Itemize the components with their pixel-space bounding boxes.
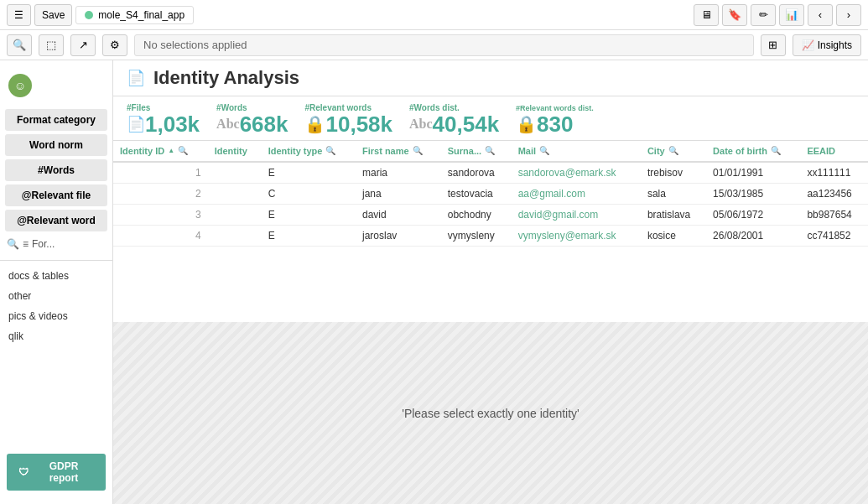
relevant-words-value: 10,58k	[325, 112, 392, 137]
search-toolbar-icon[interactable]: 🔍	[7, 34, 32, 56]
selection-options-icon[interactable]: ⊞	[761, 34, 786, 56]
sidebar-header: ☺	[0, 67, 112, 107]
abc-stat-icon-2: Abc	[409, 117, 433, 132]
col-fname-search-icon[interactable]: 🔍	[413, 146, 423, 155]
cell-dob: 05/06/1972	[706, 204, 800, 225]
cell-eeaid: aa123456	[800, 183, 868, 204]
table-body: 1 E maria sandorova sandorova@emark.sk t…	[113, 162, 868, 247]
stat-words: #Words Abc 668k	[216, 103, 288, 137]
content-area: 📄 Identity Analysis #Files 📄 1,03k #Word…	[113, 60, 868, 504]
files-value: 1,03k	[145, 112, 200, 137]
col-identity-type: Identity type 🔍	[262, 141, 356, 162]
selection-text: No selections applied	[143, 39, 247, 51]
word-norm-button[interactable]: Word norm	[5, 134, 107, 156]
insights-button[interactable]: 📈 Insights	[793, 34, 861, 56]
cell-id: 3	[113, 204, 208, 225]
gdpr-icon: 🛡	[18, 466, 29, 478]
cell-id: 1	[113, 162, 208, 184]
bottom-message: 'Please select exactly one identity'	[402, 407, 580, 420]
abc-stat-icon: Abc	[216, 117, 240, 132]
sidebar-item-qlik[interactable]: qlik	[0, 326, 112, 346]
relevant-words-dist-value: 830	[537, 112, 573, 137]
cell-surname: testovacia	[441, 183, 512, 204]
cell-surname: vymysleny	[441, 225, 512, 246]
cell-id: 4	[113, 225, 208, 246]
table-row[interactable]: 1 E maria sandorova sandorova@emark.sk t…	[113, 162, 868, 184]
cell-eeaid: bb987654	[800, 204, 868, 225]
export-icon[interactable]: ↗	[70, 34, 96, 56]
table-row[interactable]: 2 C jana testovacia aa@gmail.com sala 15…	[113, 183, 868, 204]
sidebar-logo: ☺	[8, 74, 32, 97]
top-toolbar: ☰ Save mole_S4_final_app 🖥 🔖 ✏ 📊 ‹ ›	[0, 0, 868, 30]
col-mail-search-icon[interactable]: 🔍	[539, 146, 549, 155]
cell-mail: vymysleny@emark.sk	[512, 225, 641, 246]
cell-city: bratislava	[641, 204, 706, 225]
gdpr-report-button[interactable]: 🛡 GDPR report	[7, 454, 106, 491]
cell-mail: sandorova@emark.sk	[512, 162, 641, 184]
cell-eeaid: xx111111	[800, 162, 868, 184]
sidebar-search[interactable]: 🔍 ≡ For...	[0, 233, 112, 255]
sidebar-divider	[0, 260, 112, 261]
table-header-row: Identity ID ▲ 🔍 Identity Identity type	[113, 141, 868, 162]
words-button[interactable]: #Words	[5, 159, 107, 181]
cell-eeaid: cc741852	[800, 225, 868, 246]
col-surname: Surna... 🔍	[441, 141, 512, 162]
stat-relevant-words-dist: #Relevant words dist. 🔒 830	[516, 104, 594, 137]
words-dist-value: 40,54k	[433, 112, 500, 137]
col-search-icon[interactable]: 🔍	[178, 146, 188, 155]
table-row[interactable]: 4 E jaroslav vymysleny vymysleny@emark.s…	[113, 225, 868, 246]
data-table-area: Identity ID ▲ 🔍 Identity Identity type	[113, 141, 868, 323]
monitor-button[interactable]: 🖥	[694, 4, 719, 26]
select-icon[interactable]: ⬚	[39, 34, 64, 56]
search-label: For...	[32, 238, 55, 250]
save-button[interactable]: Save	[34, 4, 72, 26]
cell-city: kosice	[641, 225, 706, 246]
sidebar-item-docs-tables[interactable]: docs & tables	[0, 266, 112, 286]
cell-type: E	[262, 204, 356, 225]
toolbar-left: ☰ Save mole_S4_final_app	[7, 4, 194, 26]
forward-button[interactable]: ›	[836, 4, 861, 26]
cell-surname: sandorova	[441, 162, 512, 184]
col-surname-search-icon[interactable]: 🔍	[485, 146, 495, 155]
second-toolbar: 🔍 ⬚ ↗ ⚙ No selections applied ⊞ 📈 Insigh…	[0, 30, 868, 60]
cell-firstname: jaroslav	[356, 225, 441, 246]
app-tab[interactable]: mole_S4_final_app	[75, 6, 194, 24]
insights-label: Insights	[818, 39, 852, 51]
data-table: Identity ID ▲ 🔍 Identity Identity type	[113, 141, 868, 247]
cell-identity	[208, 225, 262, 246]
app-dot	[85, 11, 93, 19]
cell-identity	[208, 183, 262, 204]
col-type-search-icon[interactable]: 🔍	[325, 146, 335, 155]
insights-chart-icon: 📈	[802, 39, 814, 51]
settings-icon[interactable]: ⚙	[102, 34, 127, 56]
relevant-word-button[interactable]: @Relevant word	[5, 210, 107, 231]
chart-button[interactable]: 📊	[779, 4, 804, 26]
col-city: City 🔍	[641, 141, 706, 162]
cell-dob: 26/08/2001	[706, 225, 800, 246]
cell-dob: 15/03/1985	[706, 183, 800, 204]
back-button[interactable]: ‹	[808, 4, 833, 26]
sort-arrow: ▲	[168, 147, 174, 154]
menu-button[interactable]: ☰	[7, 4, 31, 26]
relevant-file-button[interactable]: @Relevant file	[5, 184, 107, 206]
col-mail: Mail 🔍	[512, 141, 641, 162]
sidebar-item-pics-videos[interactable]: pics & videos	[0, 306, 112, 326]
cell-dob: 01/01/1991	[706, 162, 800, 184]
col-dob-search-icon[interactable]: 🔍	[771, 146, 781, 155]
format-category-button[interactable]: Format category	[5, 109, 107, 131]
edit-button[interactable]: ✏	[751, 4, 776, 26]
cell-city: sala	[641, 183, 706, 204]
table-row[interactable]: 3 E david obchodny david@gmail.com brati…	[113, 204, 868, 225]
stat-words-dist: #Words dist. Abc 40,54k	[409, 103, 499, 137]
col-dob: Date of birth 🔍	[706, 141, 800, 162]
cell-mail: aa@gmail.com	[512, 183, 641, 204]
col-eeaid: EEAID	[800, 141, 868, 162]
stat-files: #Files 📄 1,03k	[127, 103, 200, 137]
col-identity-id: Identity ID ▲ 🔍	[113, 141, 208, 162]
stats-row: #Files 📄 1,03k #Words Abc 668k #Relevant…	[113, 96, 868, 141]
sidebar-item-other[interactable]: other	[0, 286, 112, 306]
app-name: mole_S4_final_app	[98, 9, 185, 21]
file-stat-icon: 📄	[127, 115, 145, 133]
col-city-search-icon[interactable]: 🔍	[668, 146, 678, 155]
bookmark-button[interactable]: 🔖	[722, 4, 747, 26]
